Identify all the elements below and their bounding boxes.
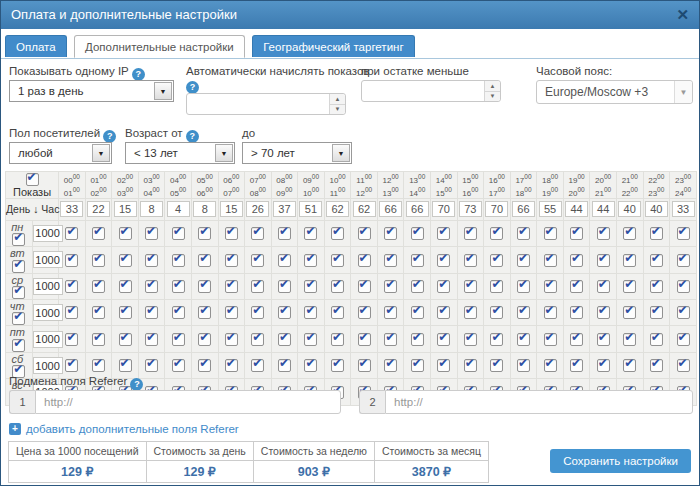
hour-checkbox[interactable]: ✔ <box>650 280 663 293</box>
hour-checkbox[interactable]: ✔ <box>517 306 530 319</box>
hour-checkbox[interactable]: ✔ <box>145 280 158 293</box>
hour-checkbox[interactable]: ✔ <box>198 306 211 319</box>
hour-weight-input[interactable] <box>485 201 508 217</box>
hour-checkbox[interactable]: ✔ <box>677 254 690 267</box>
hour-checkbox[interactable]: ✔ <box>517 333 530 346</box>
hour-checkbox[interactable]: ✔ <box>437 280 450 293</box>
hour-checkbox[interactable]: ✔ <box>278 306 291 319</box>
hour-checkbox[interactable]: ✔ <box>304 306 317 319</box>
hour-checkbox[interactable]: ✔ <box>65 359 78 372</box>
hour-checkbox[interactable]: ✔ <box>490 306 503 319</box>
day-checkbox[interactable]: ✔ <box>12 339 25 352</box>
hour-checkbox[interactable]: ✔ <box>251 333 264 346</box>
hour-checkbox[interactable]: ✔ <box>172 333 185 346</box>
hour-checkbox[interactable]: ✔ <box>119 333 132 346</box>
hour-checkbox[interactable]: ✔ <box>384 306 397 319</box>
auto-charge-input[interactable] <box>187 94 329 114</box>
hour-checkbox[interactable]: ✔ <box>411 280 424 293</box>
hour-weight-input[interactable] <box>353 201 376 217</box>
hour-checkbox[interactable]: ✔ <box>278 280 291 293</box>
hour-checkbox[interactable]: ✔ <box>172 227 185 240</box>
hour-checkbox[interactable]: ✔ <box>358 280 371 293</box>
hour-checkbox[interactable]: ✔ <box>358 227 371 240</box>
hour-checkbox[interactable]: ✔ <box>623 254 636 267</box>
hour-checkbox[interactable]: ✔ <box>278 254 291 267</box>
hour-checkbox[interactable]: ✔ <box>92 306 105 319</box>
hour-checkbox[interactable]: ✔ <box>198 280 211 293</box>
hour-checkbox[interactable]: ✔ <box>145 306 158 319</box>
hour-checkbox[interactable]: ✔ <box>411 359 424 372</box>
hour-checkbox[interactable]: ✔ <box>570 280 583 293</box>
day-checkbox[interactable]: ✔ <box>12 312 25 325</box>
hour-checkbox[interactable]: ✔ <box>517 254 530 267</box>
hour-checkbox[interactable]: ✔ <box>464 333 477 346</box>
hour-checkbox[interactable]: ✔ <box>251 359 264 372</box>
hour-checkbox[interactable]: ✔ <box>650 227 663 240</box>
hour-checkbox[interactable]: ✔ <box>517 227 530 240</box>
hour-weight-input[interactable] <box>459 201 482 217</box>
hour-checkbox[interactable]: ✔ <box>92 227 105 240</box>
hour-checkbox[interactable]: ✔ <box>358 359 371 372</box>
tab-payment[interactable]: Оплата <box>5 35 67 57</box>
hour-checkbox[interactable]: ✔ <box>65 306 78 319</box>
hour-checkbox[interactable]: ✔ <box>597 280 610 293</box>
hour-weight-input[interactable] <box>87 201 110 217</box>
close-icon[interactable]: ✕ <box>676 1 689 29</box>
hour-checkbox[interactable]: ✔ <box>544 254 557 267</box>
age-to-select[interactable]: > 70 лет ▼ <box>242 142 352 164</box>
hour-checkbox[interactable]: ✔ <box>331 333 344 346</box>
hour-checkbox[interactable]: ✔ <box>384 227 397 240</box>
hour-checkbox[interactable]: ✔ <box>92 254 105 267</box>
hour-checkbox[interactable]: ✔ <box>331 227 344 240</box>
hour-checkbox[interactable]: ✔ <box>597 227 610 240</box>
hour-checkbox[interactable]: ✔ <box>544 227 557 240</box>
day-limit-input[interactable] <box>33 251 63 268</box>
hour-checkbox[interactable]: ✔ <box>278 333 291 346</box>
hour-checkbox[interactable]: ✔ <box>623 280 636 293</box>
hour-checkbox[interactable]: ✔ <box>490 359 503 372</box>
hour-weight-input[interactable] <box>432 201 455 217</box>
hour-weight-input[interactable] <box>246 201 269 217</box>
hour-checkbox[interactable]: ✔ <box>65 280 78 293</box>
hour-checkbox[interactable]: ✔ <box>251 227 264 240</box>
hour-checkbox[interactable]: ✔ <box>358 306 371 319</box>
hour-checkbox[interactable]: ✔ <box>198 227 211 240</box>
show-one-ip-select[interactable]: 1 раз в день ▼ <box>9 80 174 102</box>
toggle-all-checkbox[interactable]: ✔ <box>26 173 39 186</box>
hour-checkbox[interactable]: ✔ <box>411 306 424 319</box>
hour-checkbox[interactable]: ✔ <box>304 280 317 293</box>
hour-checkbox[interactable]: ✔ <box>677 306 690 319</box>
hour-checkbox[interactable]: ✔ <box>65 254 78 267</box>
day-limit-input[interactable] <box>33 225 63 242</box>
hour-checkbox[interactable]: ✔ <box>411 227 424 240</box>
hour-checkbox[interactable]: ✔ <box>65 227 78 240</box>
hour-checkbox[interactable]: ✔ <box>251 280 264 293</box>
day-limit-input[interactable] <box>33 278 63 295</box>
hour-checkbox[interactable]: ✔ <box>677 227 690 240</box>
hour-checkbox[interactable]: ✔ <box>623 359 636 372</box>
hour-checkbox[interactable]: ✔ <box>597 254 610 267</box>
hour-checkbox[interactable]: ✔ <box>544 333 557 346</box>
hour-checkbox[interactable]: ✔ <box>331 359 344 372</box>
hour-checkbox[interactable]: ✔ <box>570 254 583 267</box>
hour-checkbox[interactable]: ✔ <box>597 333 610 346</box>
hour-weight-input[interactable] <box>299 201 322 217</box>
hour-checkbox[interactable]: ✔ <box>490 280 503 293</box>
day-checkbox[interactable]: ✔ <box>12 233 25 246</box>
hour-checkbox[interactable]: ✔ <box>119 280 132 293</box>
hour-checkbox[interactable]: ✔ <box>623 306 636 319</box>
hour-checkbox[interactable]: ✔ <box>517 280 530 293</box>
day-checkbox[interactable]: ✔ <box>12 260 25 273</box>
hour-checkbox[interactable]: ✔ <box>119 359 132 372</box>
hour-checkbox[interactable]: ✔ <box>437 227 450 240</box>
hour-weight-input[interactable] <box>565 201 588 217</box>
hour-checkbox[interactable]: ✔ <box>331 254 344 267</box>
hour-checkbox[interactable]: ✔ <box>437 306 450 319</box>
hour-checkbox[interactable]: ✔ <box>119 254 132 267</box>
day-limit-input[interactable] <box>33 304 63 321</box>
hour-checkbox[interactable]: ✔ <box>92 359 105 372</box>
hour-checkbox[interactable]: ✔ <box>304 333 317 346</box>
hour-weight-input[interactable] <box>114 201 137 217</box>
referer-input-1[interactable] <box>35 390 341 414</box>
hour-weight-input[interactable] <box>167 201 190 217</box>
